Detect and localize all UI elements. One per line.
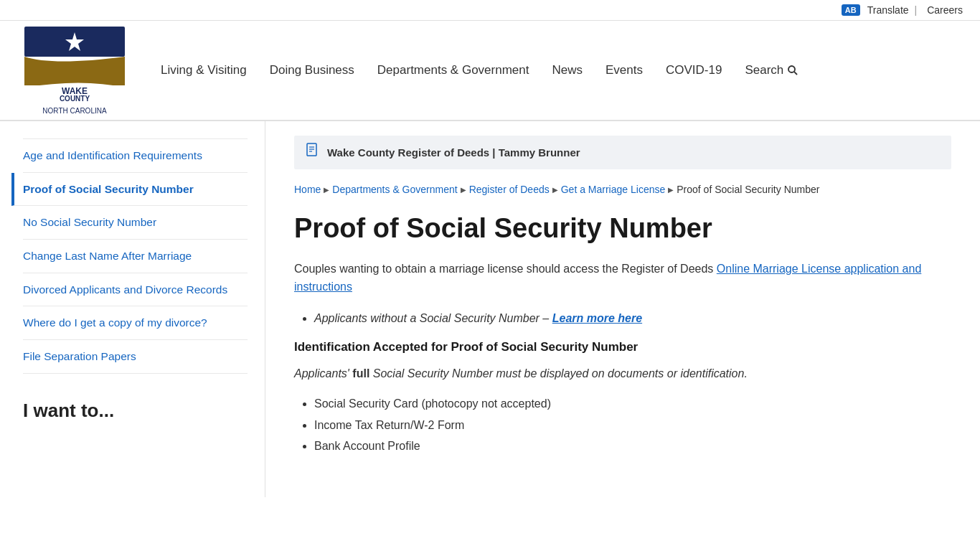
id-accepted-list: Social Security Card (photocopy not acce… xyxy=(294,395,951,456)
page-container: Age and Identification RequirementsProof… xyxy=(0,121,980,497)
breadcrumb: Home▶Departments & Government▶Register o… xyxy=(294,184,951,195)
utility-separator: | xyxy=(915,4,918,16)
breadcrumb-current: Proof of Social Security Number xyxy=(677,184,819,195)
breadcrumb-link-0[interactable]: Home xyxy=(294,184,321,195)
nav-search[interactable]: Search xyxy=(745,63,799,77)
sidebar-link-3[interactable]: Change Last Name After Marriage xyxy=(23,248,248,264)
id-list-item-0: Social Security Card (photocopy not acce… xyxy=(314,395,951,413)
ssn-note-list: Applicants without a Social Security Num… xyxy=(294,309,951,328)
applicant-note-bold: full xyxy=(352,367,369,380)
translate-link[interactable]: Translate xyxy=(867,4,909,16)
sidebar-nav-item-3[interactable]: Change Last Name After Marriage xyxy=(23,240,248,273)
sidebar-i-want: I want to... xyxy=(23,400,248,422)
deeds-bar: Wake County Register of Deeds | Tammy Br… xyxy=(294,136,951,169)
learn-more-link[interactable]: Learn more here xyxy=(552,312,642,324)
ssn-bullet-text: Applicants without a Social Security Num… xyxy=(314,312,549,324)
document-icon xyxy=(306,143,320,159)
ssn-bullet-item: Applicants without a Social Security Num… xyxy=(314,309,951,328)
sidebar-nav-item-6[interactable]: File Separation Papers xyxy=(23,340,248,374)
breadcrumb-link-2[interactable]: Register of Deeds xyxy=(469,184,550,195)
intro-paragraph: Couples wanting to obtain a marriage lic… xyxy=(294,260,951,296)
nav-doing-business[interactable]: Doing Business xyxy=(270,63,354,77)
sidebar-nav: Age and Identification RequirementsProof… xyxy=(23,138,248,374)
logo-tagline: NORTH CAROLINA xyxy=(42,107,106,115)
breadcrumb-chevron-4: ▶ xyxy=(668,186,674,194)
breadcrumb-chevron-1: ▶ xyxy=(324,186,329,194)
logo-area: WAKE COUNTY NORTH CAROLINA xyxy=(17,27,132,115)
careers-link[interactable]: Careers xyxy=(927,4,963,16)
search-icon xyxy=(786,64,799,77)
breadcrumb-link-3[interactable]: Get a Marriage License xyxy=(561,184,666,195)
sidebar-nav-item-0[interactable]: Age and Identification Requirements xyxy=(23,138,248,173)
sidebar-link-5[interactable]: Where do I get a copy of my divorce? xyxy=(23,315,248,331)
nav-covid19[interactable]: COVID-19 xyxy=(666,63,722,77)
sidebar-nav-item-1[interactable]: Proof of Social Security Number xyxy=(11,173,248,207)
sidebar-nav-item-4[interactable]: Divorced Applicants and Divorce Records xyxy=(23,273,248,307)
nav-living-visiting[interactable]: Living & Visiting xyxy=(161,63,247,77)
search-label: Search xyxy=(745,63,783,77)
page-title: Proof of Social Security Number xyxy=(294,212,951,245)
id-list-item-2: Bank Account Profile xyxy=(314,437,951,456)
svg-text:COUNTY: COUNTY xyxy=(60,95,90,103)
nav-departments-government[interactable]: Departments & Government xyxy=(377,63,529,77)
sidebar: Age and Identification RequirementsProof… xyxy=(0,121,265,497)
id-list-item-1: Income Tax Return/W-2 Form xyxy=(314,416,951,435)
breadcrumb-chevron-3: ▶ xyxy=(552,186,558,194)
breadcrumb-chevron-2: ▶ xyxy=(461,186,466,194)
id-section-heading: Identification Accepted for Proof of Soc… xyxy=(294,340,951,354)
intro-text-before: Couples wanting to obtain a marriage lic… xyxy=(294,263,713,275)
applicant-note-after: Social Security Number must be displayed… xyxy=(373,367,748,380)
breadcrumb-link-1[interactable]: Departments & Government xyxy=(332,184,457,195)
deeds-bar-text: Wake County Register of Deeds | Tammy Br… xyxy=(327,146,580,159)
sidebar-link-6[interactable]: File Separation Papers xyxy=(23,349,248,364)
header: WAKE COUNTY NORTH CAROLINA Living & Visi… xyxy=(0,21,980,121)
deeds-icon xyxy=(306,143,320,162)
sidebar-link-1[interactable]: Proof of Social Security Number xyxy=(23,182,248,197)
sidebar-link-2[interactable]: No Social Security Number xyxy=(23,215,248,230)
nav-news[interactable]: News xyxy=(552,63,583,77)
sidebar-link-0[interactable]: Age and Identification Requirements xyxy=(23,148,248,164)
applicant-note-before: Applicants' xyxy=(294,367,349,380)
svg-line-6 xyxy=(794,72,797,75)
utility-bar: AB Translate | Careers xyxy=(0,0,980,21)
sidebar-nav-item-2[interactable]: No Social Security Number xyxy=(23,206,248,240)
nav-events[interactable]: Events xyxy=(606,63,643,77)
translate-icon: AB xyxy=(842,4,860,16)
sidebar-nav-item-5[interactable]: Where do I get a copy of my divorce? xyxy=(23,306,248,340)
i-want-heading: I want to... xyxy=(23,400,248,422)
main-nav: Living & Visiting Doing Business Departm… xyxy=(161,63,963,77)
sidebar-link-4[interactable]: Divorced Applicants and Divorce Records xyxy=(23,282,248,298)
wake-county-logo[interactable]: WAKE COUNTY xyxy=(24,27,125,105)
applicant-note: Applicants' full Social Security Number … xyxy=(294,364,951,383)
svg-point-5 xyxy=(788,66,795,72)
main-content: Wake County Register of Deeds | Tammy Br… xyxy=(265,121,980,497)
